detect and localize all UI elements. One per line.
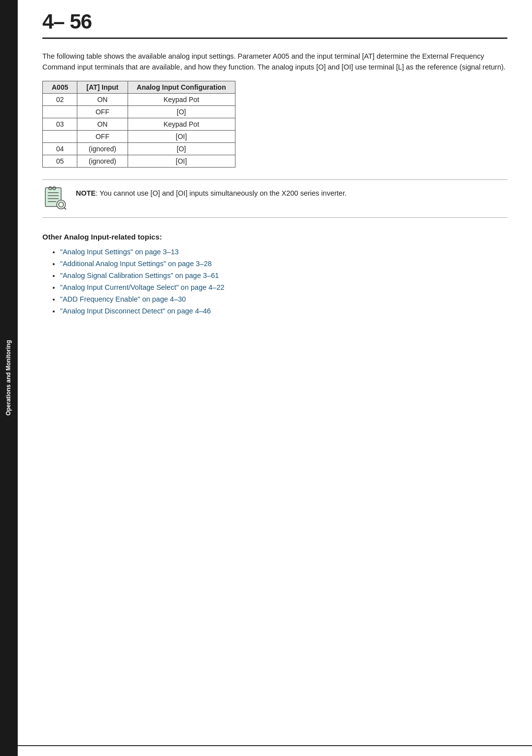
cell-config: Keypad Pot [128,93,235,105]
list-item: "ADD Frequency Enable" on page 4–30 [60,295,507,303]
cell-config: [OI] [128,155,235,167]
topic-link[interactable]: "Analog Input Disconnect Detect" on page… [60,307,211,315]
cell-at-input: OFF [77,130,128,142]
table-row: OFF[OI] [43,130,235,142]
svg-line-9 [64,207,66,209]
note-icon [42,186,68,211]
cell-a005 [43,130,77,142]
table-row: 04(ignored)[O] [43,142,235,155]
note-box: NOTE: You cannot use [O] and [OI] inputs… [42,179,507,218]
note-colon: : [96,189,100,197]
cell-config: Keypad Pot [128,118,235,130]
config-table: A005 [AT] Input Analog Input Configurati… [42,81,235,168]
topics-list: "Analog Input Settings" on page 3–13"Add… [42,248,507,315]
intro-text: The following table shows the available … [42,51,507,73]
cell-a005 [43,105,77,118]
topic-link[interactable]: "Additional Analog Input Settings" on pa… [60,260,212,268]
cell-config: [O] [128,142,235,155]
topic-link[interactable]: "Analog Input Current/Voltage Select" on… [60,283,225,291]
page-number: 4– 56 [42,10,92,34]
col-header-a005: A005 [43,81,77,93]
topic-link[interactable]: "Analog Signal Calibration Settings" on … [60,272,219,279]
list-item: "Analog Input Settings" on page 3–13 [60,248,507,256]
sidebar-label: Operations and Monitoring [5,340,13,415]
cell-a005: 04 [43,142,77,155]
note-label: NOTE [76,189,96,197]
list-item: "Analog Input Disconnect Detect" on page… [60,307,507,315]
sidebar: Operations and Monitoring [0,0,18,756]
other-topics-heading: Other Analog Input-related topics: [42,233,507,241]
cell-a005: 03 [43,118,77,130]
cell-a005: 02 [43,93,77,105]
topic-link[interactable]: "Analog Input Settings" on page 3–13 [60,248,179,256]
table-row: 03ONKeypad Pot [43,118,235,130]
topic-link[interactable]: "ADD Frequency Enable" on page 4–30 [60,295,186,303]
col-header-config: Analog Input Configuration [128,81,235,93]
list-item: "Additional Analog Input Settings" on pa… [60,260,507,268]
list-item: "Analog Signal Calibration Settings" on … [60,272,507,279]
cell-at-input: (ignored) [77,142,128,155]
main-content: 4– 56 The following table shows the avai… [18,0,532,756]
page-header: 4– 56 [42,10,507,39]
cell-a005: 05 [43,155,77,167]
cell-at-input: (ignored) [77,155,128,167]
note-text: NOTE: You cannot use [O] and [OI] inputs… [76,186,347,199]
cell-at-input: ON [77,93,128,105]
note-body: You cannot use [O] and [OI] inputs simul… [100,189,347,197]
cell-at-input: ON [77,118,128,130]
table-row: 02ONKeypad Pot [43,93,235,105]
table-row: OFF[O] [43,105,235,118]
list-item: "Analog Input Current/Voltage Select" on… [60,283,507,291]
table-row: 05(ignored)[OI] [43,155,235,167]
bottom-rule [18,745,532,746]
col-header-at-input: [AT] Input [77,81,128,93]
cell-config: [O] [128,105,235,118]
other-topics-section: Other Analog Input-related topics: "Anal… [42,233,507,315]
cell-config: [OI] [128,130,235,142]
cell-at-input: OFF [77,105,128,118]
